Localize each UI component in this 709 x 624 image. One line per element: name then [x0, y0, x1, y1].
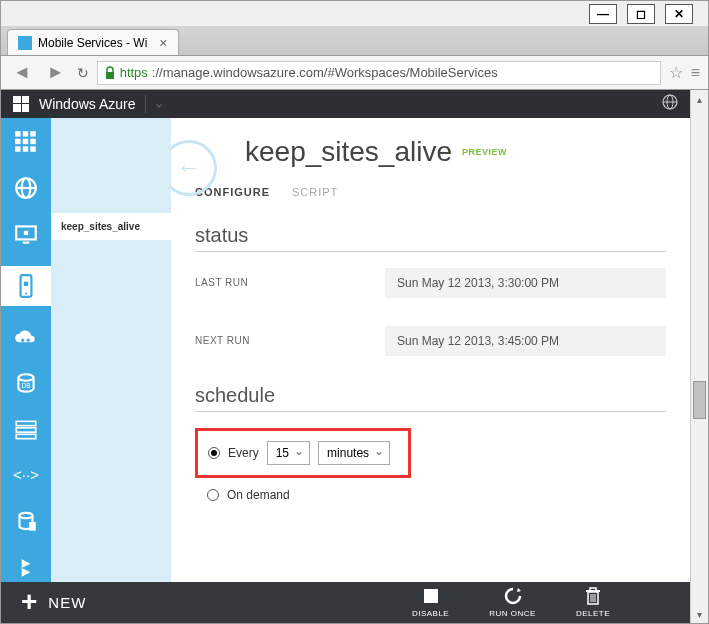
- scroll-up-icon[interactable]: ▴: [691, 90, 708, 108]
- value-next-run: Sun May 12 2013, 3:45:00 PM: [385, 326, 666, 356]
- svg-rect-12: [30, 146, 35, 151]
- rail-media-icon[interactable]: [12, 508, 40, 536]
- label-last-run: LAST RUN: [195, 277, 385, 288]
- svg-rect-6: [30, 131, 35, 136]
- rail-vm-icon[interactable]: [12, 220, 40, 248]
- side-rail: DB <··>: [1, 118, 51, 582]
- svg-point-20: [21, 338, 24, 341]
- delete-label: DELETE: [576, 609, 610, 618]
- rail-mobile-services-icon[interactable]: [1, 266, 51, 306]
- close-window-button[interactable]: ✕: [665, 4, 693, 24]
- tab-title: Mobile Services - Wi: [38, 36, 147, 50]
- interval-select[interactable]: 15: [267, 441, 310, 465]
- svg-rect-26: [16, 434, 36, 438]
- disable-button[interactable]: DISABLE: [412, 586, 449, 618]
- sub-panel: keep_sites_alive: [51, 118, 171, 582]
- svg-text:DB: DB: [21, 382, 30, 389]
- tab-script[interactable]: SCRIPT: [292, 186, 338, 198]
- rail-storage-icon[interactable]: [12, 416, 40, 444]
- address-bar: ◄ ► ↻ https ://manage.windowsazure.com/#…: [0, 56, 709, 90]
- favicon-icon: [18, 36, 32, 50]
- page-title-text: keep_sites_alive: [245, 136, 452, 168]
- azure-brand: Windows Azure: [39, 96, 135, 112]
- globe-icon[interactable]: [662, 94, 678, 114]
- disable-label: DISABLE: [412, 609, 449, 618]
- trash-icon: [583, 586, 603, 606]
- svg-point-21: [27, 338, 30, 341]
- rail-service-bus-icon[interactable]: [12, 554, 40, 582]
- close-tab-icon[interactable]: ×: [159, 35, 167, 51]
- rail-hdinsight-icon[interactable]: <··>: [12, 462, 40, 490]
- svg-text:<··>: <··>: [13, 466, 39, 483]
- windows-logo-icon: [13, 96, 29, 112]
- url-protocol: https: [120, 65, 148, 80]
- svg-point-19: [25, 292, 27, 294]
- page-tabs: CONFIGURE SCRIPT: [195, 186, 666, 198]
- svg-point-22: [18, 374, 33, 381]
- refresh-icon: [503, 586, 523, 606]
- on-demand-label: On demand: [227, 488, 290, 502]
- minimize-button[interactable]: —: [589, 4, 617, 24]
- every-label: Every: [228, 446, 259, 460]
- page-content: ← keep_sites_alive PREVIEW CONFIGURE SCR…: [171, 118, 690, 582]
- divider: [145, 95, 146, 113]
- window-titlebar: — ◻ ✕: [0, 0, 709, 26]
- svg-rect-25: [16, 428, 36, 432]
- scroll-thumb[interactable]: [693, 381, 706, 419]
- forward-icon[interactable]: ►: [43, 62, 69, 83]
- new-button[interactable]: + NEW: [21, 586, 86, 618]
- svg-rect-9: [30, 139, 35, 144]
- radio-on-demand[interactable]: [207, 489, 219, 501]
- svg-rect-36: [590, 588, 596, 591]
- unit-select[interactable]: minutes: [318, 441, 390, 465]
- schedule-highlight: Every 15 minutes: [195, 428, 411, 478]
- sub-item-selected[interactable]: keep_sites_alive: [51, 213, 171, 240]
- rail-cloud-services-icon[interactable]: [12, 324, 40, 352]
- chevron-down-icon[interactable]: ⌵: [156, 98, 162, 109]
- svg-rect-17: [23, 242, 30, 244]
- azure-header: Windows Azure ⌵: [1, 90, 690, 118]
- svg-rect-11: [23, 146, 28, 151]
- stop-icon: [421, 586, 441, 606]
- svg-rect-10: [15, 146, 20, 151]
- vertical-scrollbar[interactable]: ▴ ▾: [690, 90, 708, 623]
- svg-rect-29: [29, 522, 36, 531]
- plus-icon: +: [21, 586, 38, 618]
- label-next-run: NEXT RUN: [195, 335, 385, 346]
- command-bar: + NEW DISABLE RUN ONCE DELETE: [1, 582, 690, 623]
- lock-icon: [104, 66, 116, 80]
- value-last-run: Sun May 12 2013, 3:30:00 PM: [385, 268, 666, 298]
- maximize-button[interactable]: ◻: [627, 4, 655, 24]
- new-label: NEW: [48, 594, 86, 611]
- delete-button[interactable]: DELETE: [576, 586, 610, 618]
- preview-badge: PREVIEW: [462, 147, 507, 157]
- svg-rect-0: [106, 72, 114, 79]
- reload-icon[interactable]: ↻: [77, 65, 89, 81]
- section-status: status: [195, 224, 666, 252]
- bookmark-icon[interactable]: ☆: [669, 63, 683, 82]
- radio-every[interactable]: [208, 447, 220, 459]
- rail-all-items-icon[interactable]: [12, 128, 40, 156]
- rail-websites-icon[interactable]: [12, 174, 40, 202]
- url-input[interactable]: https ://manage.windowsazure.com/#Worksp…: [97, 61, 661, 85]
- url-rest: ://manage.windowsazure.com/#Workspaces/M…: [152, 65, 498, 80]
- svg-rect-30: [424, 589, 438, 603]
- rail-sql-db-icon[interactable]: DB: [12, 370, 40, 398]
- scroll-track[interactable]: [691, 108, 708, 605]
- svg-rect-8: [23, 139, 28, 144]
- back-icon[interactable]: ◄: [9, 62, 35, 83]
- menu-icon[interactable]: ≡: [691, 64, 700, 82]
- browser-tab[interactable]: Mobile Services - Wi ×: [7, 29, 179, 55]
- svg-rect-5: [23, 131, 28, 136]
- svg-rect-7: [15, 139, 20, 144]
- section-schedule: schedule: [195, 384, 666, 412]
- page-title: keep_sites_alive PREVIEW: [245, 136, 666, 168]
- svg-rect-4: [15, 131, 20, 136]
- scroll-down-icon[interactable]: ▾: [691, 605, 708, 623]
- svg-rect-24: [16, 421, 36, 425]
- run-once-button[interactable]: RUN ONCE: [489, 586, 536, 618]
- browser-tab-strip: Mobile Services - Wi ×: [0, 26, 709, 56]
- svg-point-28: [20, 513, 33, 518]
- run-once-label: RUN ONCE: [489, 609, 536, 618]
